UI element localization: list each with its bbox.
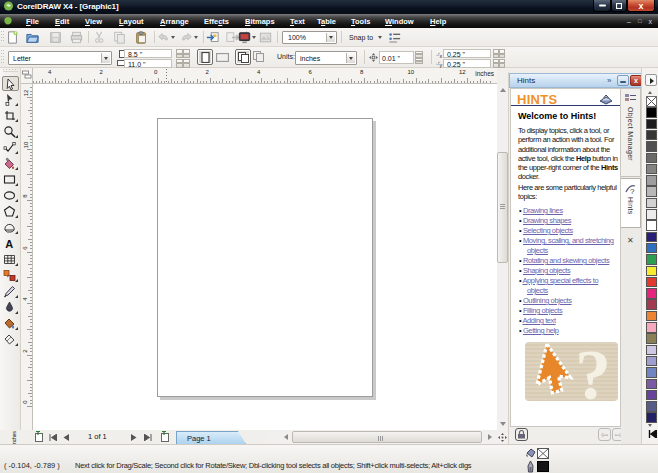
svg-text:A: A [5, 238, 13, 250]
svg-text:?: ? [575, 342, 611, 401]
svg-text:?: ? [630, 187, 635, 195]
